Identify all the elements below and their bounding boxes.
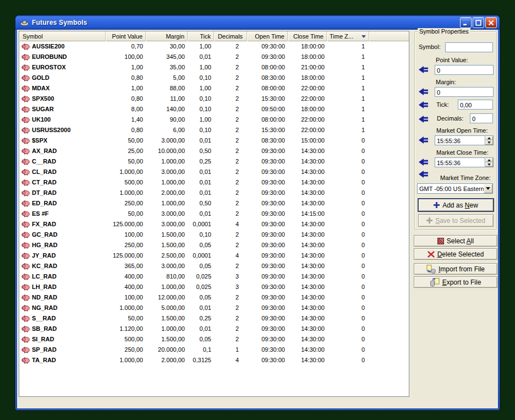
assign-left-arrow-icon xyxy=(419,159,430,166)
assign-left-arrow-icon xyxy=(419,66,430,73)
symbol-label: Symbol: xyxy=(419,43,441,50)
time-spinner xyxy=(485,136,493,145)
decimals-input[interactable] xyxy=(470,114,492,123)
symbol-field-box xyxy=(445,42,493,52)
import-from-file-button[interactable]: Import from File xyxy=(414,263,497,275)
spin-up-button[interactable] xyxy=(485,158,493,162)
export-to-file-button[interactable]: Export to File xyxy=(414,276,497,288)
client-area: Symbol Point Value Margin Tick Decimals … xyxy=(17,30,498,408)
market-close-time-box xyxy=(435,157,494,167)
groupbox-title: Symbol Properties xyxy=(418,28,470,35)
app-icon xyxy=(20,19,29,26)
file-import-icon xyxy=(426,265,436,274)
market-open-time-label: Market Open Time: xyxy=(436,127,488,134)
file-export-icon xyxy=(430,278,440,287)
assign-left-arrow-icon xyxy=(419,88,430,95)
point-value-field-box xyxy=(435,65,494,75)
timezone-selected-value: GMT -05:00 US Eastern xyxy=(418,184,484,193)
delete-selected-button[interactable]: Delete Selected xyxy=(414,248,497,260)
red-x-icon xyxy=(428,251,435,258)
assign-left-arrow-icon xyxy=(419,137,430,144)
assign-left-arrow-icon xyxy=(419,101,430,108)
add-as-new-button[interactable]: Add as New xyxy=(418,199,494,211)
margin-label: Margin: xyxy=(436,79,456,85)
minimize-button[interactable] xyxy=(460,17,472,28)
desktop-background: Futures Symbols Symbol Point Value Margi… xyxy=(0,0,515,420)
add-as-new-label: Add as New xyxy=(442,201,478,209)
symbol-properties-panel: Symbol Properties Symbol: Point Value: M… xyxy=(17,30,498,408)
window-title: Futures Symbols xyxy=(32,19,459,26)
margin-field-box xyxy=(435,87,494,97)
tick-label: Tick: xyxy=(436,101,449,108)
tick-field-box xyxy=(458,100,493,110)
combo-dropdown-button[interactable] xyxy=(484,184,492,193)
select-all-label: Select All xyxy=(447,237,474,245)
save-to-selected-button[interactable]: Save to Selected xyxy=(418,214,494,227)
point-value-label: Point Value: xyxy=(436,57,468,63)
market-time-zone-label: Market Time Zone: xyxy=(440,174,491,181)
maximize-button[interactable] xyxy=(473,17,484,28)
decimals-field-box xyxy=(470,113,493,123)
market-close-time-input[interactable] xyxy=(435,158,485,167)
time-spinner xyxy=(485,158,493,167)
market-close-time-label: Market Close Time: xyxy=(436,149,489,156)
hatched-square-icon xyxy=(437,238,444,244)
assign-left-arrow-icon xyxy=(419,116,430,123)
select-all-button[interactable]: Select All xyxy=(414,235,497,247)
export-to-file-label: Export to File xyxy=(442,279,481,286)
market-timezone-select[interactable]: GMT -05:00 US Eastern xyxy=(417,183,493,194)
spin-down-button[interactable] xyxy=(485,140,493,145)
symbol-input[interactable] xyxy=(446,43,492,52)
import-from-file-label: Import from File xyxy=(439,265,485,273)
close-button[interactable] xyxy=(485,17,497,28)
point-value-input[interactable] xyxy=(435,66,493,74)
spin-up-button[interactable] xyxy=(485,136,493,140)
margin-input[interactable] xyxy=(435,88,493,96)
delete-selected-label: Delete Selected xyxy=(437,250,484,258)
tick-input[interactable] xyxy=(458,100,492,109)
plus-icon xyxy=(426,217,432,223)
save-to-selected-label: Save to Selected xyxy=(435,217,485,225)
futures-symbols-window: Futures Symbols Symbol Point Value Margi… xyxy=(15,15,500,410)
decimals-label: Decimals: xyxy=(437,115,463,122)
market-open-time-input[interactable] xyxy=(435,136,485,145)
plus-icon xyxy=(434,202,440,208)
assign-left-arrow-icon xyxy=(419,171,430,178)
market-open-time-box xyxy=(435,135,494,145)
spin-down-button[interactable] xyxy=(485,162,493,167)
